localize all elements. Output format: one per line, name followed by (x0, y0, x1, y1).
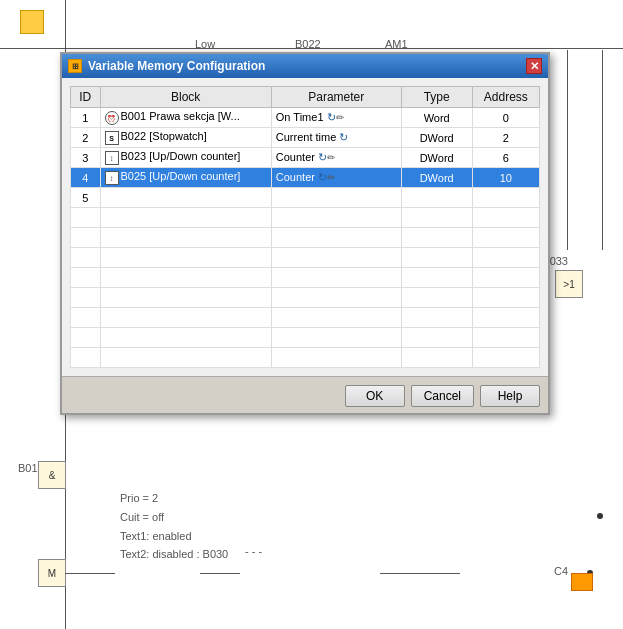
ok-button[interactable]: OK (345, 385, 405, 407)
dialog-title: Variable Memory Configuration (88, 59, 526, 73)
table-row-empty (71, 308, 540, 328)
cell-type-1: Word (401, 108, 472, 128)
variable-table: ID Block Parameter Type Address 1⏰B001 P… (70, 86, 540, 368)
cell-type-3: DWord (401, 148, 472, 168)
variable-memory-dialog: ⊞ Variable Memory Configuration ✕ ID Blo… (60, 52, 550, 415)
cell-id-3: 3 (71, 148, 101, 168)
table-row[interactable]: 2SB022 [Stopwatch]Current time ↻DWord2 (71, 128, 540, 148)
refresh-icon: ↻ (318, 171, 327, 183)
bg-status-text: Prio = 2 Cuit = off Text1: enabled Text2… (120, 489, 228, 564)
dialog-close-button[interactable]: ✕ (526, 58, 542, 74)
cell-block-1: ⏰B001 Prawa sekcja [W... (100, 108, 271, 128)
help-button[interactable]: Help (480, 385, 540, 407)
cell-address-3: 6 (472, 148, 539, 168)
cell-param-5 (271, 188, 401, 208)
cell-id-1: 1 (71, 108, 101, 128)
cell-address-2: 2 (472, 128, 539, 148)
cell-block-4: ↕B025 [Up/Down counter] (100, 168, 271, 188)
table-row-empty (71, 328, 540, 348)
bg-c4-label: C4 (554, 565, 568, 577)
cell-param-2: Current time ↻ (271, 128, 401, 148)
col-header-type: Type (401, 87, 472, 108)
bg-yellow-box (20, 10, 44, 34)
table-row-empty (71, 268, 540, 288)
table-row-empty (71, 348, 540, 368)
cancel-button[interactable]: Cancel (411, 385, 474, 407)
cell-param-1: On Time1 ↻✏ (271, 108, 401, 128)
table-row-empty (71, 228, 540, 248)
dialog-body: ID Block Parameter Type Address 1⏰B001 P… (62, 78, 548, 376)
cell-address-1: 0 (472, 108, 539, 128)
col-header-address: Address (472, 87, 539, 108)
cell-block-3: ↕B023 [Up/Down counter] (100, 148, 271, 168)
cell-type-2: DWord (401, 128, 472, 148)
table-row[interactable]: 3↕B023 [Up/Down counter]Counter ↻✏DWord6 (71, 148, 540, 168)
cell-id-5: 5 (71, 188, 101, 208)
bg-dot2 (597, 513, 603, 519)
bg-dashes: - - - (245, 545, 262, 557)
cell-param-3: Counter ↻✏ (271, 148, 401, 168)
cell-block-5 (100, 188, 271, 208)
bg-gt1-box: >1 (555, 270, 583, 298)
col-header-id: ID (71, 87, 101, 108)
col-header-parameter: Parameter (271, 87, 401, 108)
bg-label-low: Low (195, 38, 215, 50)
cell-address-5 (472, 188, 539, 208)
table-row-empty (71, 288, 540, 308)
dialog-button-row: OK Cancel Help (62, 376, 548, 413)
edit-icon: ✏ (327, 172, 335, 183)
cell-param-4: Counter ↻✏ (271, 168, 401, 188)
edit-icon: ✏ (327, 152, 335, 163)
table-row-empty (71, 248, 540, 268)
refresh-icon: ↻ (318, 151, 327, 163)
dialog-icon: ⊞ (68, 59, 82, 73)
edit-icon: ✏ (336, 112, 344, 123)
table-row[interactable]: 4↕B025 [Up/Down counter]Counter ↻✏DWord1… (71, 168, 540, 188)
bg-label-b022: B022 (295, 38, 321, 50)
cell-id-4: 4 (71, 168, 101, 188)
cell-address-4: 10 (472, 168, 539, 188)
bg-m-box: M (38, 559, 66, 587)
cell-type-5 (401, 188, 472, 208)
bg-and-box: & (38, 461, 66, 489)
table-row[interactable]: 5 (71, 188, 540, 208)
table-row[interactable]: 1⏰B001 Prawa sekcja [W...On Time1 ↻✏Word… (71, 108, 540, 128)
bg-label-am1: AM1 (385, 38, 408, 50)
dialog-titlebar[interactable]: ⊞ Variable Memory Configuration ✕ (62, 54, 548, 78)
cell-id-2: 2 (71, 128, 101, 148)
col-header-block: Block (100, 87, 271, 108)
bg-orange-element (571, 573, 593, 591)
refresh-icon: ↻ (339, 131, 348, 143)
table-row-empty (71, 208, 540, 228)
refresh-icon: ↻ (327, 111, 336, 123)
cell-block-2: SB022 [Stopwatch] (100, 128, 271, 148)
cell-type-4: DWord (401, 168, 472, 188)
